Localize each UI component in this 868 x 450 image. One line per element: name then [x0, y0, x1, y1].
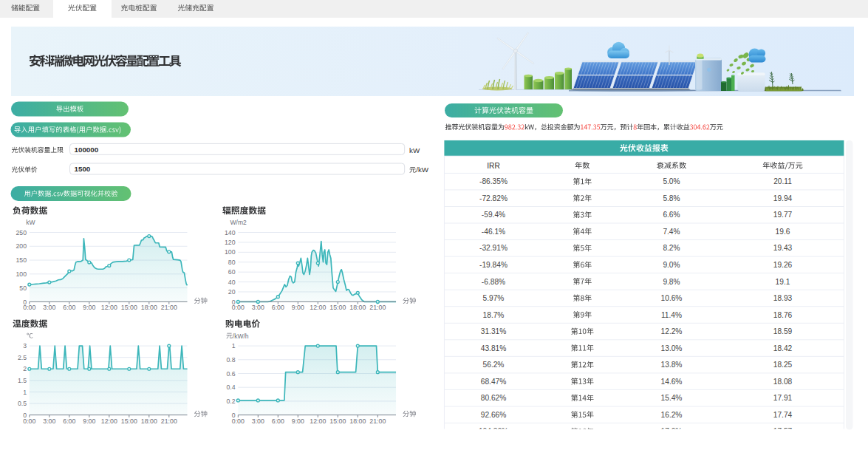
svg-text:1: 1: [23, 389, 27, 396]
svg-text:0.4: 0.4: [226, 383, 235, 391]
svg-text:8.2%: 8.2%: [663, 244, 680, 252]
svg-text:0.2: 0.2: [226, 398, 235, 405]
svg-text:12:00: 12:00: [101, 417, 117, 425]
svg-text:9:00: 9:00: [83, 417, 95, 425]
svg-text:9:00: 9:00: [83, 304, 95, 311]
svg-text:18.25: 18.25: [773, 361, 793, 369]
svg-text:20.11: 20.11: [773, 177, 792, 185]
svg-text:18.93: 18.93: [773, 294, 793, 302]
svg-text:/kW: /kW: [416, 166, 429, 174]
svg-text:1.5: 1.5: [18, 377, 27, 384]
svg-text:21:00: 21:00: [161, 417, 177, 425]
svg-text:kW: kW: [26, 219, 35, 226]
svg-text:150: 150: [16, 256, 27, 264]
svg-text:19.77: 19.77: [773, 211, 793, 219]
svg-text:-72.82%: -72.82%: [479, 194, 508, 202]
svg-text:12:00: 12:00: [101, 304, 117, 311]
svg-text:3:00: 3:00: [43, 417, 55, 425]
svg-text:3:00: 3:00: [43, 304, 55, 311]
svg-text:120: 120: [225, 239, 236, 246]
svg-text:19.94: 19.94: [773, 194, 793, 202]
svg-text:0.6: 0.6: [226, 370, 235, 378]
svg-text:-19.84%: -19.84%: [479, 261, 508, 269]
svg-text:16.2%: 16.2%: [661, 411, 683, 419]
svg-text:IRR: IRR: [487, 162, 500, 170]
svg-text:0.8: 0.8: [226, 356, 235, 364]
svg-text:0:00: 0:00: [23, 417, 35, 425]
svg-text:12:00: 12:00: [310, 417, 326, 425]
svg-text:9:00: 9:00: [292, 304, 304, 311]
svg-text:6:00: 6:00: [63, 417, 75, 425]
svg-text:kW: kW: [409, 146, 420, 154]
svg-text:21:00: 21:00: [161, 304, 177, 311]
svg-text:18:00: 18:00: [349, 304, 366, 311]
svg-text:100: 100: [16, 270, 27, 278]
svg-text:18:00: 18:00: [141, 417, 157, 425]
svg-text:18.76: 18.76: [773, 311, 793, 319]
svg-text:100: 100: [225, 248, 236, 256]
svg-text:18.08: 18.08: [773, 378, 793, 386]
svg-text:14.6%: 14.6%: [661, 378, 683, 386]
svg-text:12.2%: 12.2%: [661, 327, 683, 335]
svg-text:1500: 1500: [75, 165, 91, 173]
svg-text:10.6%: 10.6%: [661, 294, 683, 302]
svg-text:W/m2: W/m2: [230, 219, 247, 226]
svg-text:-32.91%: -32.91%: [479, 244, 508, 252]
svg-text:1: 1: [232, 342, 236, 350]
svg-text:3: 3: [23, 342, 27, 350]
svg-text:18:00: 18:00: [141, 304, 157, 311]
svg-text:6:00: 6:00: [272, 304, 284, 311]
svg-text:3:00: 3:00: [252, 417, 264, 425]
svg-text:18.42: 18.42: [773, 344, 793, 352]
svg-text:15:00: 15:00: [121, 417, 137, 425]
svg-text:-59.4%: -59.4%: [482, 211, 505, 219]
svg-text:80.62%: 80.62%: [481, 394, 507, 402]
svg-text:43.81%: 43.81%: [481, 344, 507, 352]
svg-text:18.59: 18.59: [773, 327, 793, 335]
svg-text:19.6: 19.6: [776, 228, 790, 236]
svg-text:0.5: 0.5: [18, 400, 27, 407]
svg-text:19.1: 19.1: [776, 278, 790, 286]
svg-text:11.4%: 11.4%: [661, 311, 682, 319]
svg-text:17.91: 17.91: [773, 394, 793, 402]
svg-text:-46.1%: -46.1%: [482, 228, 505, 236]
svg-text:31.31%: 31.31%: [481, 327, 507, 335]
svg-text:92.66%: 92.66%: [481, 411, 507, 419]
svg-text:3:00: 3:00: [252, 304, 264, 311]
svg-text:5.97%: 5.97%: [483, 294, 505, 302]
svg-text:5.0%: 5.0%: [663, 177, 680, 185]
svg-text:6:00: 6:00: [63, 304, 75, 311]
svg-text:80: 80: [228, 259, 236, 266]
svg-text:19.26: 19.26: [773, 261, 793, 269]
svg-text:56.2%: 56.2%: [483, 361, 505, 369]
svg-text:200: 200: [16, 242, 27, 250]
svg-text:-6.88%: -6.88%: [482, 278, 505, 286]
svg-text:6:00: 6:00: [272, 417, 284, 425]
svg-text:140: 140: [225, 229, 236, 236]
svg-text:-86.35%: -86.35%: [479, 177, 508, 185]
svg-text:9.0%: 9.0%: [663, 261, 680, 269]
svg-text:2.5: 2.5: [18, 354, 27, 361]
svg-text:12:00: 12:00: [310, 304, 326, 311]
svg-text:21:00: 21:00: [369, 304, 386, 311]
svg-text:/kW/h: /kW/h: [233, 333, 249, 340]
svg-text:0:00: 0:00: [232, 417, 245, 425]
svg-text:0:00: 0:00: [232, 304, 245, 311]
svg-text:18:00: 18:00: [349, 417, 366, 425]
svg-text:17.74: 17.74: [773, 411, 793, 419]
svg-text:13.8%: 13.8%: [661, 361, 683, 369]
svg-text:15.4%: 15.4%: [661, 394, 683, 402]
svg-text:15:00: 15:00: [121, 304, 137, 311]
svg-text:50: 50: [19, 284, 27, 292]
svg-text:68.47%: 68.47%: [481, 378, 507, 386]
svg-text:15:00: 15:00: [329, 304, 346, 311]
svg-text:19.43: 19.43: [773, 244, 793, 252]
svg-text:60: 60: [228, 268, 236, 276]
svg-text:40: 40: [228, 279, 236, 286]
svg-text:6.6%: 6.6%: [663, 211, 680, 219]
svg-text:13.0%: 13.0%: [661, 344, 683, 352]
svg-text:250: 250: [16, 229, 27, 236]
svg-text:21:00: 21:00: [369, 417, 386, 425]
svg-text:9:00: 9:00: [292, 417, 304, 425]
svg-text:20: 20: [228, 288, 236, 296]
